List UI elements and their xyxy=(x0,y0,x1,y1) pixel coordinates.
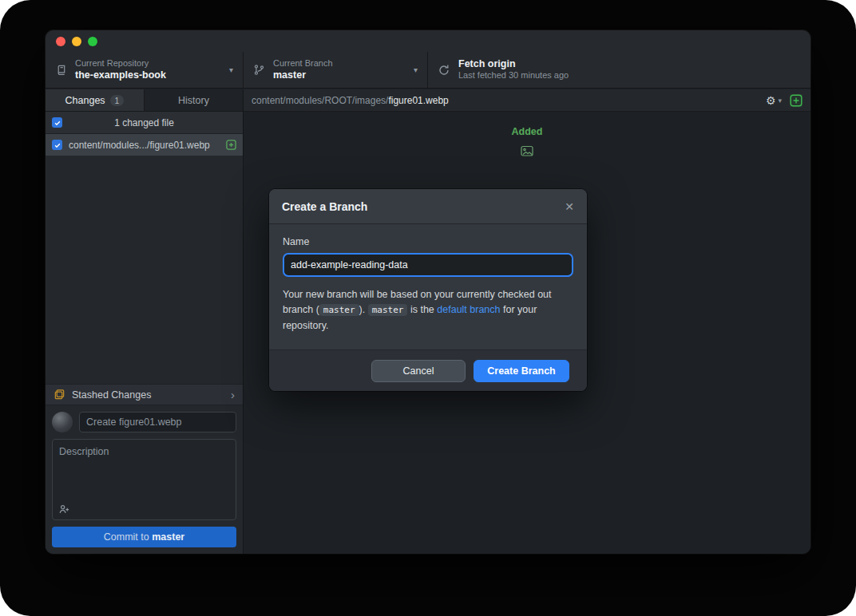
tab-changes[interactable]: Changes 1 xyxy=(46,89,144,111)
stash-icon xyxy=(54,389,65,401)
stashed-changes-label: Stashed Changes xyxy=(72,389,151,401)
cancel-button[interactable]: Cancel xyxy=(371,360,466,382)
commit-button-branch: master xyxy=(152,531,184,543)
stashed-changes-row[interactable]: Stashed Changes › xyxy=(46,384,243,405)
dialog-body: Name Your new branch will be based on yo… xyxy=(269,224,587,349)
tab-history-label: History xyxy=(178,95,209,106)
commit-form: Commit to master xyxy=(46,405,243,554)
changed-files-summary-row: 1 changed file xyxy=(46,112,243,134)
zoom-window-button[interactable] xyxy=(88,37,97,46)
expand-diff-button[interactable] xyxy=(790,94,802,107)
file-path: content/modules/ROOT/images/figure01.web… xyxy=(252,95,449,106)
file-checkbox[interactable] xyxy=(52,140,62,150)
branch-name-input[interactable] xyxy=(283,253,573,277)
commit-summary-input[interactable] xyxy=(79,412,236,432)
diff-options-button[interactable]: ⚙ ▾ xyxy=(766,94,782,107)
titlebar[interactable] xyxy=(46,30,810,52)
chevron-down-icon: ▾ xyxy=(229,65,233,74)
file-name: content/modules.../figure01.webp xyxy=(69,140,220,151)
tab-history[interactable]: History xyxy=(144,89,243,111)
app-window: Current Repository the-examples-book ▾ C… xyxy=(46,30,810,554)
minimize-window-button[interactable] xyxy=(72,37,81,46)
repo-label: Current Repository xyxy=(75,58,166,69)
branch-text: Current Branch master xyxy=(273,58,333,81)
commit-description-input[interactable] xyxy=(53,440,236,497)
check-icon xyxy=(54,119,61,127)
sidebar-tabs: Changes 1 History xyxy=(46,89,243,112)
plus-square-icon xyxy=(790,94,802,107)
check-icon xyxy=(54,141,61,149)
avatar xyxy=(52,412,73,432)
create-branch-button[interactable]: Create Branch xyxy=(474,360,569,382)
desktop-backdrop: Current Repository the-examples-book ▾ C… xyxy=(0,0,856,616)
branch-value: master xyxy=(273,69,333,82)
file-list-empty-space xyxy=(46,156,243,384)
file-path-name: figure01.webp xyxy=(388,95,448,106)
window-controls xyxy=(56,37,97,46)
select-all-checkbox[interactable] xyxy=(52,117,62,128)
tab-changes-label: Changes xyxy=(65,95,105,106)
fetch-text: Fetch origin Last fetched 30 minutes ago xyxy=(458,58,569,81)
dialog-header: Create a Branch ✕ xyxy=(269,189,587,224)
commit-description-box xyxy=(52,439,236,520)
close-window-button[interactable] xyxy=(56,37,65,46)
commit-button-prefix: Commit to xyxy=(104,531,152,543)
gear-icon: ⚙ xyxy=(766,94,776,107)
branch-label: Current Branch xyxy=(273,58,333,69)
dialog-help-text: Your new branch will be based on your cu… xyxy=(283,287,573,334)
add-coauthor-button[interactable] xyxy=(58,503,70,515)
fetch-origin-button[interactable]: Fetch origin Last fetched 30 minutes ago xyxy=(428,52,578,88)
person-add-icon xyxy=(58,503,70,515)
changes-count-badge: 1 xyxy=(110,95,125,106)
dialog-title: Create a Branch xyxy=(282,200,367,213)
close-icon[interactable]: ✕ xyxy=(565,200,574,213)
fetch-label: Fetch origin xyxy=(458,58,569,71)
commit-button[interactable]: Commit to master xyxy=(52,527,236,547)
dialog-footer: Cancel Create Branch xyxy=(269,349,587,391)
chevron-down-icon: ▾ xyxy=(414,65,418,74)
file-row[interactable]: content/modules.../figure01.webp xyxy=(46,134,243,156)
branch-code-chip: master xyxy=(368,304,408,316)
toolbar: Current Repository the-examples-book ▾ C… xyxy=(46,52,810,89)
branch-name-label: Name xyxy=(283,236,573,247)
default-branch-link[interactable]: default branch xyxy=(437,304,500,315)
sync-icon xyxy=(438,64,450,77)
diff-header: content/modules/ROOT/images/figure01.web… xyxy=(244,89,810,112)
repo-icon xyxy=(55,64,67,76)
sidebar: Changes 1 History 1 changed file xyxy=(46,89,244,554)
image-icon xyxy=(521,145,533,157)
current-branch-selector[interactable]: Current Branch master ▾ xyxy=(244,52,428,88)
help-part3: is the xyxy=(407,304,437,315)
file-status-label: Added xyxy=(244,126,810,137)
chevron-right-icon: › xyxy=(231,389,235,401)
current-repository-selector[interactable]: Current Repository the-examples-book ▾ xyxy=(46,52,244,88)
commit-summary-row xyxy=(52,412,236,432)
branch-code-chip: master xyxy=(319,304,359,316)
diff-header-actions: ⚙ ▾ xyxy=(766,94,802,107)
repo-value: the-examples-book xyxy=(75,69,166,82)
create-branch-dialog: Create a Branch ✕ Name Your new branch w… xyxy=(269,189,587,391)
file-status-added-icon xyxy=(226,140,236,150)
chevron-down-icon: ▾ xyxy=(778,97,782,105)
file-path-dir: content/modules/ROOT/images/ xyxy=(252,95,388,106)
branch-icon xyxy=(253,64,265,76)
fetch-detail: Last fetched 30 minutes ago xyxy=(458,70,569,81)
help-part2: ). xyxy=(359,304,368,315)
repo-text: Current Repository the-examples-book xyxy=(75,58,166,81)
changed-files-summary: 1 changed file xyxy=(46,117,243,128)
